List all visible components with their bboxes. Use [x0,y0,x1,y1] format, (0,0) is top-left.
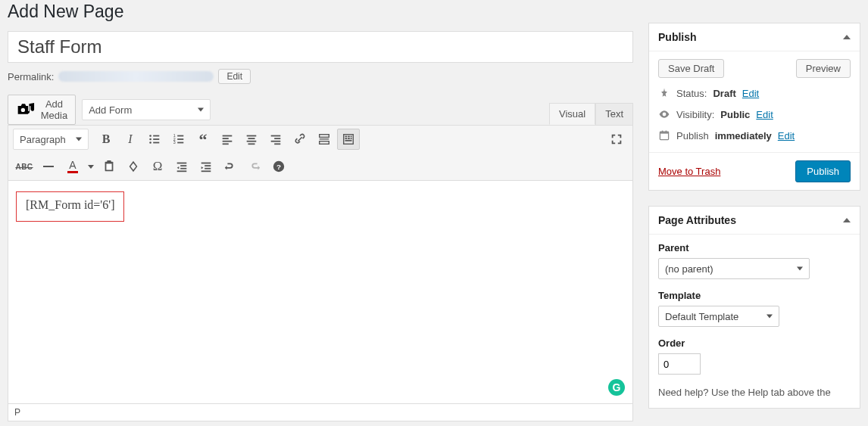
calendar-icon [658,129,670,141]
svg-rect-49 [660,132,668,133]
svg-rect-3 [153,138,159,140]
publish-panel-header[interactable]: Publish [649,23,860,51]
page-title-input[interactable] [8,31,633,63]
svg-rect-51 [666,131,667,132]
parent-select[interactable]: (no parent) [658,258,810,279]
schedule-label: Publish [676,130,709,141]
svg-rect-14 [223,141,233,142]
editor-content[interactable]: [RM_Form id='6'] G [8,181,633,404]
svg-rect-25 [320,138,329,139]
permalink-edit-button[interactable]: Edit [218,69,251,84]
status-edit-link[interactable]: Edit [742,88,759,99]
visibility-edit-link[interactable]: Edit [756,109,773,120]
svg-rect-9 [177,138,183,140]
shortcode-text: [RM_Form id='6'] [26,198,114,211]
svg-rect-15 [223,143,229,145]
svg-rect-21 [274,138,280,139]
svg-rect-5 [153,142,159,144]
status-label: Status: [676,88,707,99]
text-color-dropdown[interactable] [86,156,96,177]
permalink-url-blurred [58,71,214,82]
clear-formatting-button[interactable] [122,156,145,177]
add-media-button[interactable]: Add Media [8,95,76,125]
page-attributes-header[interactable]: Page Attributes [649,207,860,235]
bold-button[interactable]: B [95,129,117,150]
svg-rect-41 [177,170,187,172]
svg-rect-43 [205,165,211,166]
strikethrough-button[interactable]: ABC [13,156,36,177]
svg-rect-45 [201,170,211,172]
svg-rect-7 [177,135,183,137]
svg-rect-40 [180,168,186,169]
page-attributes-title: Page Attributes [658,214,736,226]
collapse-icon [843,35,851,39]
order-label: Order [658,337,851,349]
fullscreen-button[interactable] [605,129,628,150]
align-left-button[interactable] [216,129,239,150]
svg-text:?: ? [276,163,281,171]
bulleted-list-button[interactable] [143,129,166,150]
save-draft-button[interactable]: Save Draft [658,59,724,78]
svg-point-4 [149,141,151,144]
blockquote-button[interactable]: “ [192,129,214,150]
chevron-down-icon [767,315,773,319]
special-character-button[interactable]: Ω [146,156,169,177]
svg-rect-22 [271,141,281,142]
template-select[interactable]: Default Template [658,306,779,327]
svg-rect-30 [351,136,352,138]
help-button[interactable]: ? [267,156,290,177]
permalink-row: Permalink: Edit [8,69,633,84]
publish-button[interactable]: Publish [795,160,851,182]
horizontal-rule-button[interactable] [37,156,60,177]
redo-button[interactable] [243,156,266,177]
outdent-button[interactable] [170,156,193,177]
add-form-label: Add Form [89,104,132,116]
chevron-down-icon [76,138,82,141]
svg-rect-44 [205,168,211,169]
add-form-select[interactable]: Add Form [82,99,211,120]
status-value: Draft [713,88,735,99]
grammarly-icon[interactable]: G [608,379,625,396]
parent-value: (no parent) [665,263,713,275]
undo-button[interactable] [219,156,242,177]
svg-rect-36 [107,160,111,163]
svg-rect-17 [248,138,255,139]
svg-rect-29 [348,136,350,138]
schedule-edit-link[interactable]: Edit [778,130,795,141]
element-path: P [14,407,20,418]
format-select[interactable]: Paragraph [13,129,89,150]
read-more-button[interactable] [313,129,336,150]
indent-button[interactable] [195,156,217,177]
schedule-value: immediately [715,130,772,141]
order-input[interactable] [658,353,701,375]
svg-rect-39 [180,165,186,166]
italic-button[interactable]: I [119,129,142,150]
format-select-label: Paragraph [20,134,66,145]
svg-rect-34 [345,140,352,141]
collapse-icon [843,218,851,222]
numbered-list-button[interactable]: 123 [167,129,190,150]
preview-button[interactable]: Preview [796,59,851,78]
svg-rect-33 [351,138,352,139]
svg-rect-31 [345,138,348,139]
chevron-down-icon [198,108,204,112]
svg-rect-37 [106,163,111,169]
chevron-down-icon [797,267,803,271]
publish-panel-title: Publish [658,31,697,43]
visibility-value: Public [720,109,750,120]
svg-rect-32 [348,138,350,139]
svg-rect-18 [247,141,257,142]
tab-text[interactable]: Text [595,103,633,125]
move-to-trash-link[interactable]: Move to Trash [658,166,720,177]
paste-text-button[interactable] [98,156,120,177]
svg-rect-26 [320,141,329,145]
svg-rect-24 [320,135,329,138]
align-center-button[interactable] [240,129,263,150]
align-right-button[interactable] [264,129,287,150]
svg-rect-20 [271,135,281,137]
text-color-button[interactable]: A [61,156,84,177]
tab-visual[interactable]: Visual [549,103,595,125]
toolbar-toggle-button[interactable] [337,129,360,150]
link-button[interactable] [289,129,311,150]
svg-rect-12 [223,135,233,137]
